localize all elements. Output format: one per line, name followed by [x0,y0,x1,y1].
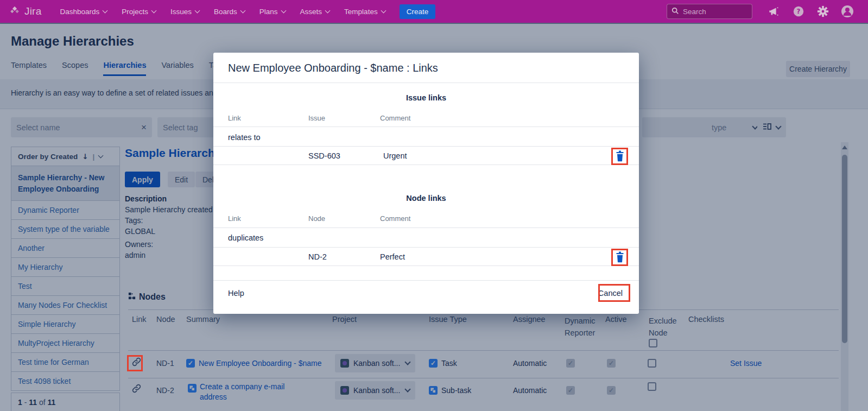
col-issue: Issue [308,114,325,122]
help-link[interactable]: Help [228,289,244,298]
brand-name: Jira [24,5,41,17]
chevron-down-icon [240,8,245,13]
footer-divider [213,280,639,281]
table-line [213,265,639,266]
search-input[interactable] [683,8,743,16]
links-modal: New Employee Onboarding - $name : Links … [213,53,639,314]
nav-menu: Dashboards Projects Issues Boards Plans … [60,8,385,16]
issue-links-heading: Issue links [213,93,639,102]
table-line [213,227,639,228]
global-search[interactable] [667,4,752,19]
col-node: Node [308,214,325,223]
issue-link-type: relates to [228,133,261,142]
nav-item-templates[interactable]: Templates [344,8,385,16]
svg-text:?: ? [797,8,801,15]
jira-logo-icon [9,5,21,18]
issue-comment: Urgent [383,151,407,160]
highlight-box-delete-node-link [611,249,628,266]
node-comment: Perfect [380,252,405,261]
search-icon [671,7,679,16]
help-icon[interactable]: ? [792,5,805,18]
node-key-link[interactable]: ND-2 [308,252,327,261]
nav-item-boards[interactable]: Boards [214,8,245,16]
col-comment: Comment [380,114,410,122]
jira-brand[interactable]: Jira [9,5,41,18]
issue-key-link[interactable]: SSD-603 [308,151,340,160]
app-window: Jira Dashboards Projects Issues Boards P… [0,0,868,411]
col-comment: Comment [380,214,410,223]
chevron-down-icon [381,8,386,13]
col-link: Link [228,114,241,122]
chevron-down-icon [195,8,200,13]
user-avatar[interactable] [841,5,854,18]
nav-item-dashboards[interactable]: Dashboards [60,8,107,16]
top-navbar: Jira Dashboards Projects Issues Boards P… [0,0,868,23]
nav-item-plans[interactable]: Plans [259,8,286,16]
highlight-box-delete-issue-link [611,148,628,165]
nav-icons: ? [768,5,854,18]
node-link-type: duplicates [228,233,263,242]
modal-header-divider [213,83,639,83]
chevron-down-icon [151,8,157,13]
highlight-box-cancel [598,284,630,302]
table-line [213,146,639,147]
table-line [213,127,639,127]
highlight-box-link-icon [127,355,143,371]
chevron-down-icon [103,8,108,13]
table-line [213,165,639,165]
announcements-icon[interactable] [768,5,781,18]
chevron-down-icon [281,8,286,13]
create-button[interactable]: Create [400,4,436,19]
table-line [213,247,639,248]
nav-item-assets[interactable]: Assets [300,8,330,16]
modal-title: New Employee Onboarding - $name : Links [228,62,438,74]
node-links-heading: Node links [213,194,639,203]
col-link: Link [228,214,241,223]
nav-item-projects[interactable]: Projects [122,8,156,16]
nav-item-issues[interactable]: Issues [170,8,199,16]
chevron-down-icon [325,8,331,13]
settings-gear-icon[interactable] [816,5,829,18]
